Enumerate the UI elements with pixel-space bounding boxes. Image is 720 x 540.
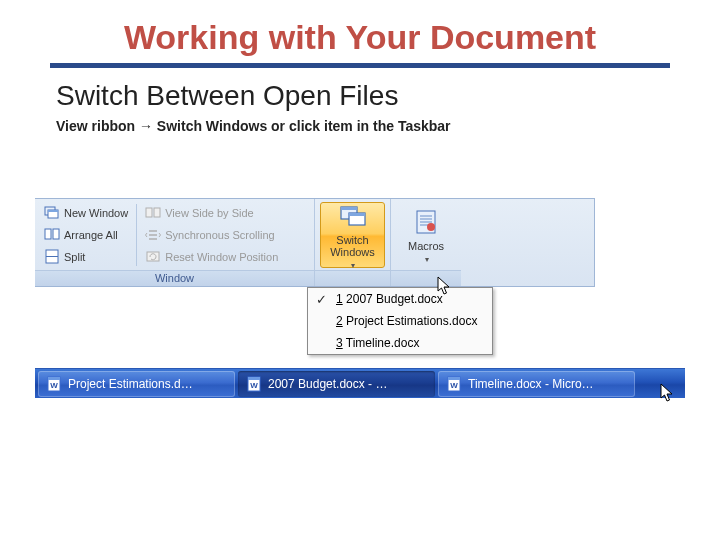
svg-rect-3 (45, 229, 51, 239)
switch-windows-icon (338, 201, 368, 231)
macros-label: Macros (408, 240, 444, 252)
svg-rect-21 (48, 377, 60, 380)
chevron-down-icon: ▾ (351, 261, 355, 270)
macros-icon (411, 207, 441, 237)
taskbar-item-label: Project Estimations.d… (68, 377, 193, 391)
menu-item-text: 1 2007 Budget.docx (336, 292, 443, 306)
title-rule (50, 63, 670, 68)
macros-button[interactable]: Macros ▾ (396, 202, 456, 268)
group-label-blank2 (391, 270, 461, 286)
ribbon-view: New Window Arrange All Split (35, 198, 595, 287)
word-doc-icon: W (46, 376, 62, 392)
window-menu-item[interactable]: ✓ 1 2007 Budget.docx (308, 288, 492, 310)
taskbar-item[interactable]: W 2007 Budget.docx - … (238, 371, 435, 397)
arrange-all-label: Arrange All (64, 229, 118, 241)
switch-windows-menu: ✓ 1 2007 Budget.docx 2 Project Estimatio… (307, 287, 493, 355)
sync-scroll-button[interactable]: Synchronous Scrolling (141, 224, 282, 246)
split-icon (44, 249, 60, 265)
svg-rect-2 (48, 210, 58, 212)
taskbar-item[interactable]: W Timeline.docx - Micro… (438, 371, 635, 397)
switch-windows-button[interactable]: Switch Windows ▾ (320, 202, 385, 268)
window-menu-item[interactable]: 2 Project Estimations.docx (308, 310, 492, 332)
svg-rect-8 (154, 208, 160, 217)
svg-rect-24 (248, 377, 260, 380)
reset-pos-icon (145, 249, 161, 265)
reset-pos-label: Reset Window Position (165, 251, 278, 263)
arrange-all-icon (44, 227, 60, 243)
svg-rect-13 (349, 213, 365, 216)
side-by-side-icon (145, 205, 161, 221)
arrange-all-button[interactable]: Arrange All (40, 224, 132, 246)
window-menu-item[interactable]: 3 Timeline.docx (308, 332, 492, 354)
svg-text:W: W (450, 381, 458, 390)
word-doc-icon: W (446, 376, 462, 392)
svg-point-19 (427, 223, 435, 231)
taskbar: W Project Estimations.d… W 2007 Budget.d… (35, 368, 685, 398)
svg-rect-11 (341, 207, 357, 210)
slide-subtitle: Switch Between Open Files (50, 80, 670, 112)
taskbar-item[interactable]: W Project Estimations.d… (38, 371, 235, 397)
side-by-side-button[interactable]: View Side by Side (141, 202, 282, 224)
ribbon-group-window: New Window Arrange All Split (35, 199, 315, 286)
group-label-blank1 (315, 270, 390, 286)
new-window-icon (44, 205, 60, 221)
svg-rect-7 (146, 208, 152, 217)
ribbon-group-switch: Switch Windows ▾ (315, 199, 391, 286)
taskbar-item-label: Timeline.docx - Micro… (468, 377, 594, 391)
switch-windows-label1: Switch (336, 234, 368, 246)
split-button[interactable]: Split (40, 246, 132, 268)
menu-item-text: 3 Timeline.docx (336, 336, 419, 350)
instruction-text: View ribbon → Switch Windows or click it… (50, 118, 670, 134)
group-label-window: Window (35, 270, 314, 286)
ribbon-group-macros: Macros ▾ (391, 199, 461, 286)
menu-item-text: 2 Project Estimations.docx (336, 314, 477, 328)
svg-rect-27 (448, 377, 460, 380)
taskbar-item-label: 2007 Budget.docx - … (268, 377, 387, 391)
new-window-button[interactable]: New Window (40, 202, 132, 224)
chevron-down-icon: ▾ (425, 255, 429, 264)
word-doc-icon: W (246, 376, 262, 392)
check-icon: ✓ (312, 292, 330, 307)
reset-pos-button[interactable]: Reset Window Position (141, 246, 282, 268)
new-window-label: New Window (64, 207, 128, 219)
switch-windows-label2: Windows (330, 246, 375, 258)
sync-scroll-label: Synchronous Scrolling (165, 229, 274, 241)
slide-title: Working with Your Document (50, 18, 670, 57)
sync-scroll-icon (145, 227, 161, 243)
svg-rect-4 (53, 229, 59, 239)
side-by-side-label: View Side by Side (165, 207, 253, 219)
split-label: Split (64, 251, 85, 263)
svg-text:W: W (250, 381, 258, 390)
svg-text:W: W (50, 381, 58, 390)
